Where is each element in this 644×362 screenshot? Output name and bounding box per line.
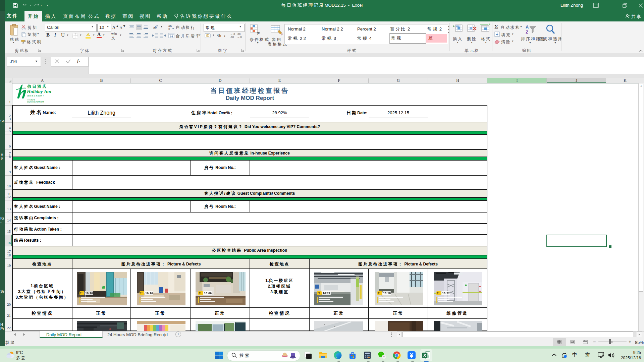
svg-text:Holiday Inn: Holiday Inn [26, 89, 51, 94]
svg-text:打: 打 [437, 292, 439, 295]
svg-text:洲际酒店集团旗下: 洲际酒店集团旗下 [27, 95, 45, 97]
svg-text:打: 打 [317, 292, 320, 295]
svg-text:打: 打 [199, 292, 201, 295]
svg-text:16:22: 16:22 [323, 292, 330, 295]
svg-text:16:18: 16:18 [383, 292, 391, 295]
svg-text:c: c [168, 27, 170, 30]
svg-text:打: 打 [140, 292, 143, 295]
svg-text:16:22: 16:22 [442, 292, 450, 295]
svg-text:云尺机场: 云尺机场 [27, 99, 35, 101]
svg-text:≠: ≠ [257, 30, 260, 36]
svg-text:假日酒店: 假日酒店 [27, 84, 47, 89]
svg-text:16:10: 16:10 [85, 292, 93, 295]
svg-text:打: 打 [378, 292, 380, 295]
svg-text:16:09: 16:09 [204, 292, 212, 295]
svg-text:ab: ab [153, 26, 157, 29]
svg-text:16:10: 16:10 [145, 292, 153, 295]
svg-text:打: 打 [80, 292, 83, 295]
svg-text:GUIYANG AIRPORT: GUIYANG AIRPORT [27, 101, 44, 103]
